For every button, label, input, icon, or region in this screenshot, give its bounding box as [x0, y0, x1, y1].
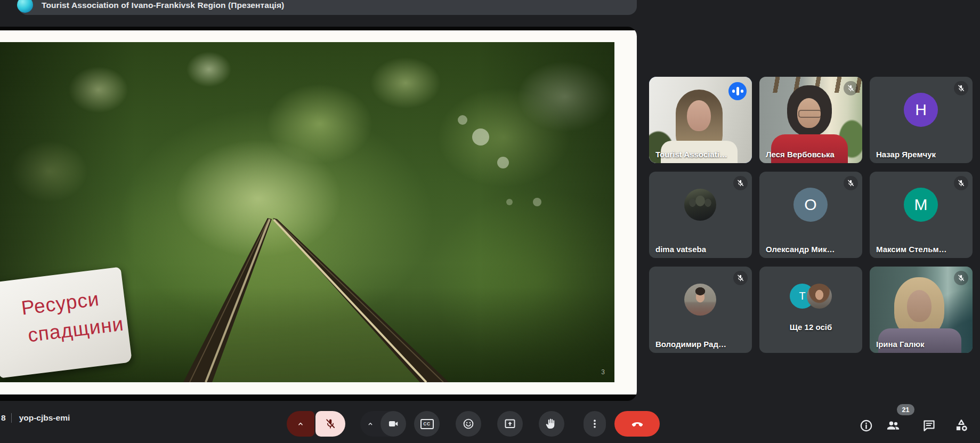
mic-off-icon	[733, 176, 748, 190]
meeting-title: Tourist Association of Ivano-Frankivsk R…	[42, 1, 284, 10]
note-text-line1: Ресурси	[20, 288, 101, 320]
participant-tile-nazar[interactable]: Н Назар Яремчук	[870, 77, 973, 163]
meeting-details-button[interactable]	[858, 418, 873, 433]
participant-tile-tourist-association[interactable]: Tourist Associati…	[649, 77, 752, 163]
audio-activity-indicator-icon	[728, 82, 747, 100]
captions-button[interactable]: CC	[414, 411, 440, 437]
note-text-line2: спадщини	[27, 313, 125, 347]
clock-text: 8	[1, 413, 6, 423]
camera-icon	[387, 418, 399, 430]
divider	[11, 413, 12, 423]
letter-avatar: М	[904, 188, 938, 222]
participant-name: Леся Вербовська	[766, 150, 835, 159]
presentation-stage: Ресурси спадщини 3	[0, 27, 637, 401]
mic-mute-button[interactable]	[315, 411, 345, 437]
mic-off-icon	[954, 176, 968, 190]
participant-name: Tourist Associati…	[655, 150, 727, 159]
call-controls: CC	[287, 411, 660, 437]
meet-window: Tourist Association of Ivano-Frankivsk R…	[0, 0, 980, 443]
participant-tile-oleksandr[interactable]: О Олександр Мик…	[759, 172, 862, 258]
mic-off-icon	[954, 271, 968, 285]
mic-control-group	[287, 411, 345, 437]
participant-tile-volodymyr[interactable]: Володимир Рад…	[649, 267, 752, 353]
chat-button[interactable]	[921, 418, 936, 433]
slide: Ресурси спадщини 3	[0, 30, 637, 394]
camera-control-group	[360, 411, 406, 437]
meeting-code: yop-cjbs-emi	[19, 413, 70, 423]
letter-avatar: О	[793, 188, 828, 222]
emoji-icon	[462, 417, 475, 430]
letter-avatar: Н	[904, 93, 938, 127]
activities-icon	[954, 418, 969, 433]
chevron-up-icon	[366, 420, 375, 428]
participant-tile-iryna[interactable]: Ірина Галюк	[870, 267, 973, 353]
captions-icon: CC	[420, 419, 434, 429]
participant-name: Ірина Галюк	[876, 340, 925, 349]
end-call-button[interactable]	[614, 411, 660, 437]
mic-options-chevron-button[interactable]	[287, 411, 314, 437]
people-count-badge: 21	[897, 404, 914, 415]
participant-name: Володимир Рад…	[655, 340, 726, 349]
present-screen-icon	[504, 417, 516, 430]
reactions-button[interactable]	[456, 411, 481, 437]
glasses	[798, 110, 822, 118]
more-people-label: Ще 12 осіб	[759, 323, 862, 332]
camera-options-chevron-button[interactable]	[360, 411, 380, 437]
raise-hand-icon	[545, 417, 558, 430]
info-icon	[859, 418, 873, 433]
more-options-icon	[588, 417, 601, 430]
mic-off-icon	[954, 81, 968, 95]
photo-avatar	[807, 284, 832, 309]
participant-tile-lesya[interactable]: Леся Вербовська	[759, 77, 862, 163]
raise-hand-button[interactable]	[539, 411, 564, 437]
bottom-bar: 8 yop-cjbs-emi	[0, 397, 980, 443]
mic-off-icon	[844, 176, 858, 190]
slide-page-number: 3	[601, 368, 605, 376]
mic-off-icon	[325, 418, 336, 430]
participant-tile-maksym[interactable]: М Максим Стельм…	[870, 172, 973, 258]
call-end-icon	[630, 417, 644, 431]
participant-tile-more-people[interactable]: Т Ще 12 осіб	[759, 267, 862, 353]
people-icon	[886, 417, 901, 433]
camera-button[interactable]	[380, 411, 406, 437]
participant-tile-dima[interactable]: dima vatseba	[649, 172, 752, 258]
chevron-up-icon	[296, 419, 305, 429]
present-screen-button[interactable]	[497, 411, 523, 437]
participant-name: dima vatseba	[655, 245, 706, 254]
mic-off-icon	[733, 271, 748, 285]
participant-name: Назар Яремчук	[876, 150, 936, 159]
participant-name: Олександр Мик…	[766, 245, 835, 254]
heritage-note-card: Ресурси спадщини	[0, 267, 132, 378]
chat-icon	[922, 418, 936, 433]
more-options-button[interactable]	[584, 411, 606, 437]
photo-avatar	[684, 284, 716, 316]
slide-photo-railway: Ресурси спадщини 3	[0, 42, 614, 382]
meeting-meta: 8 yop-cjbs-emi	[1, 413, 70, 423]
photo-avatar	[684, 189, 716, 221]
mic-off-icon	[844, 81, 858, 95]
show-people-button[interactable]	[886, 418, 901, 433]
participant-name: Максим Стельм…	[876, 245, 947, 254]
activities-button[interactable]	[954, 418, 969, 433]
